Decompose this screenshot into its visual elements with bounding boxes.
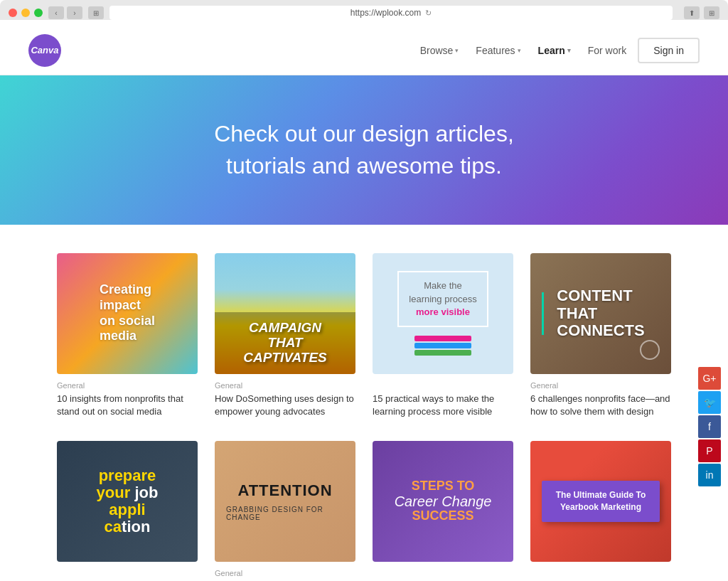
- twitter-share-button[interactable]: 🐦: [698, 391, 721, 414]
- chevron-down-icon: ▾: [455, 47, 459, 54]
- google-share-button[interactable]: G+: [698, 367, 721, 390]
- card-content-connects[interactable]: CONTENTTHATCONNECTS General 6 challenges…: [530, 253, 671, 418]
- card-title: 10 insights from nonprofits that stand o…: [57, 393, 198, 418]
- linkedin-icon: in: [706, 469, 714, 481]
- nav-browse[interactable]: Browse ▾: [420, 45, 459, 56]
- twitter-icon: 🐦: [704, 397, 716, 408]
- content-dot: [640, 340, 660, 360]
- card-attention[interactable]: ATTENTION GRABBING DESIGN FOR CHANGE Gen…: [215, 441, 355, 581]
- card-category: General: [215, 569, 355, 577]
- url-text: https://wplook.com: [350, 8, 421, 18]
- card-job[interactable]: Prepareyour jobapplication General 13 st…: [57, 441, 198, 581]
- yearbook-text: The Ultimate Guide To Yearbook Marketing: [556, 490, 646, 512]
- learning-highlight: more visible: [416, 307, 470, 317]
- nav-forwork[interactable]: For work: [588, 45, 626, 56]
- cards-row-1: Creatingimpacton socialmedia General 10 …: [57, 253, 671, 418]
- card-campaign[interactable]: CAMPAIGNTHATCAPTIVATES General How DoSom…: [215, 253, 355, 418]
- linkedin-share-button[interactable]: in: [698, 464, 721, 486]
- hero-heading: Check out our design articles,tutorials …: [214, 118, 514, 182]
- card-title: 6 challenges nonprofits face—and how to …: [530, 393, 671, 418]
- campaign-text: CAMPAIGNTHATCAPTIVATES: [223, 321, 347, 366]
- content-connects-text: CONTENTTHATCONNECTS: [557, 287, 644, 339]
- book-pink: [414, 336, 471, 341]
- chevron-down-icon: ▾: [567, 47, 571, 54]
- card-category: General: [530, 381, 671, 390]
- nav-learn[interactable]: Learn ▾: [538, 45, 571, 56]
- nav-forwork-label: For work: [588, 45, 626, 56]
- browser-chrome: ‹ › ⊞ https://wplook.com ↻ ⬆ ⊞: [0, 0, 728, 20]
- yearbook-book: The Ultimate Guide To Yearbook Marketing: [542, 481, 660, 522]
- card-career[interactable]: STEPS TOCareer ChangeSUCCESS General How…: [373, 441, 513, 581]
- card-image-learning: Make thelearning processmore visible: [373, 253, 513, 374]
- card-overlay-text: Creatingimpacton socialmedia: [100, 282, 155, 343]
- card-yearbook[interactable]: The Ultimate Guide To Yearbook Marketing…: [530, 441, 671, 581]
- career-text: STEPS TOCareer ChangeSUCCESS: [395, 479, 492, 523]
- chevron-down-icon: ▾: [518, 47, 521, 54]
- nav-links: Browse ▾ Features ▾ Learn ▾ For work: [420, 45, 627, 56]
- cards-row-2: Prepareyour jobapplication General 13 st…: [57, 441, 671, 581]
- traffic-lights: [9, 9, 43, 17]
- card-image-social: Creatingimpacton socialmedia: [57, 253, 198, 374]
- book-stack: [414, 336, 471, 356]
- card-category: General: [215, 381, 355, 390]
- card-category: General: [57, 381, 198, 390]
- canva-logo[interactable]: Canva: [28, 34, 61, 67]
- attention-subtitle: GRABBING DESIGN FOR CHANGE: [226, 506, 344, 521]
- learning-text: Make thelearning processmore visible: [409, 279, 476, 319]
- logo-text: Canva: [31, 45, 58, 55]
- pinterest-share-button[interactable]: P: [698, 439, 721, 462]
- card-image-content: CONTENTTHATCONNECTS: [530, 253, 671, 374]
- learning-text-box: Make thelearning processmore visible: [397, 271, 488, 327]
- facebook-icon: f: [708, 421, 711, 432]
- forward-button[interactable]: ›: [67, 6, 82, 19]
- job-text: Prepareyour jobapplication: [97, 467, 159, 536]
- nav-features[interactable]: Features ▾: [476, 45, 520, 56]
- url-bar[interactable]: https://wplook.com ↻: [109, 6, 673, 20]
- card-image-job: Prepareyour jobapplication: [57, 441, 198, 562]
- nav-browse-label: Browse: [420, 45, 454, 56]
- bookmark-button[interactable]: ⊞: [704, 6, 719, 19]
- content-accent: [542, 292, 544, 335]
- attention-title: ATTENTION: [237, 481, 332, 500]
- navbar: Canva Browse ▾ Features ▾ Learn ▾ For wo…: [0, 26, 728, 75]
- card-learning[interactable]: Make thelearning processmore visible Gen…: [373, 253, 513, 418]
- back-button[interactable]: ‹: [48, 6, 64, 19]
- facebook-share-button[interactable]: f 5: [698, 415, 721, 438]
- pinterest-icon: P: [706, 445, 712, 457]
- tab-icon[interactable]: ⊞: [88, 6, 104, 19]
- signin-button[interactable]: Sign in: [638, 38, 700, 63]
- minimize-button[interactable]: [21, 9, 30, 17]
- share-button[interactable]: ⬆: [684, 6, 700, 19]
- book-green: [414, 350, 471, 356]
- card-social-media[interactable]: Creatingimpacton socialmedia General 10 …: [57, 253, 198, 418]
- refresh-icon[interactable]: ↻: [425, 9, 432, 18]
- career-script: Career Change: [395, 494, 492, 509]
- card-image-attention: ATTENTION GRABBING DESIGN FOR CHANGE: [215, 441, 355, 562]
- card-title: How DoSomething uses design to empower y…: [215, 393, 355, 418]
- social-share-sidebar: G+ 🐦 f 5 P in: [698, 367, 721, 486]
- google-icon: G+: [702, 373, 716, 384]
- close-button[interactable]: [9, 9, 17, 17]
- maximize-button[interactable]: [34, 9, 43, 17]
- card-image-campaign: CAMPAIGNTHATCAPTIVATES: [215, 253, 355, 374]
- book-blue: [414, 343, 471, 348]
- content-area: Creatingimpacton socialmedia General 10 …: [0, 225, 728, 581]
- card-image-career: STEPS TOCareer ChangeSUCCESS: [373, 441, 513, 562]
- card-image-yearbook: The Ultimate Guide To Yearbook Marketing: [530, 441, 671, 562]
- hero-banner: Check out our design articles,tutorials …: [0, 75, 728, 225]
- nav-features-label: Features: [476, 45, 515, 56]
- nav-learn-label: Learn: [538, 45, 565, 56]
- card-title: 15 practical ways to make the learning p…: [373, 393, 513, 418]
